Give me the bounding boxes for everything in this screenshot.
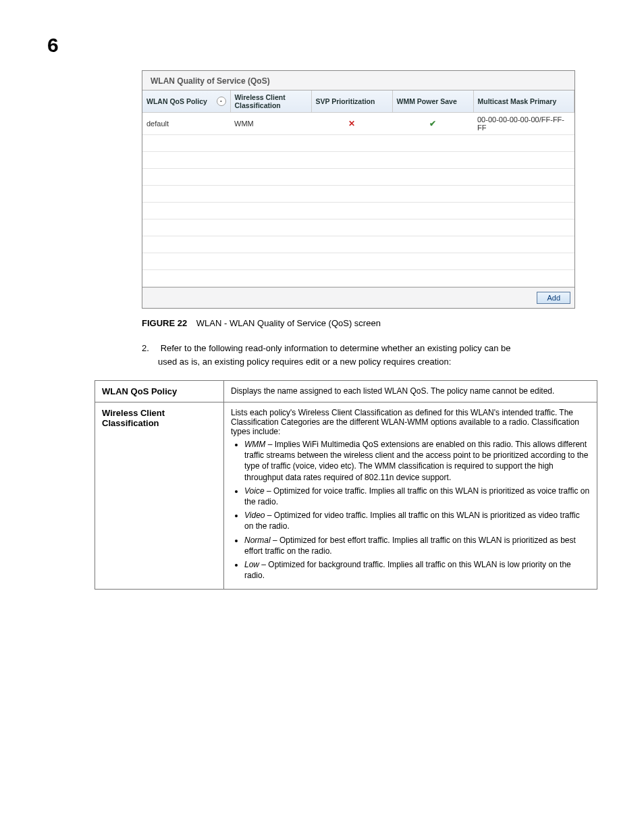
info-label-classification: Wireless Client Classification	[95, 402, 224, 590]
info-text-policy: Displays the name assigned to each liste…	[224, 381, 597, 402]
table-row: Wireless Client Classification Lists eac…	[95, 402, 597, 590]
table-row	[142, 186, 574, 203]
info-label-policy: WLAN QoS Policy	[95, 381, 224, 402]
table-row	[142, 169, 574, 186]
cell-svp: ✕	[311, 113, 392, 135]
table-row	[142, 236, 574, 253]
list-item: Low – Optimized for background traffic. …	[244, 559, 590, 581]
step-2: 2. Refer to the following read-only info…	[142, 342, 597, 368]
page-number: 6	[47, 34, 597, 57]
table-row[interactable]: default WMM ✕ ✔ 00-00-00-00-00-00/FF-FF-…	[142, 113, 574, 135]
table-row: WLAN QoS Policy Displays the name assign…	[95, 381, 597, 402]
table-row	[142, 203, 574, 219]
check-icon: ✔	[429, 119, 436, 128]
col-svp[interactable]: SVP Prioritization	[311, 90, 392, 113]
step-text-line1: Refer to the following read-only informa…	[161, 343, 511, 353]
table-row	[142, 135, 574, 152]
list-item: Normal – Optimized for best effort traff…	[244, 535, 590, 556]
cross-icon: ✕	[348, 119, 355, 128]
col-multicast[interactable]: Multicast Mask Primary	[473, 90, 574, 113]
list-item: Voice – Optimized for voice traffic. Imp…	[244, 486, 590, 507]
info-intro: Lists each policy's Wireless Client Clas…	[231, 408, 590, 436]
col-policy[interactable]: WLAN QoS Policy •	[142, 90, 230, 113]
figure-text: WLAN - WLAN Quality of Service (QoS) scr…	[196, 318, 381, 328]
table-row	[142, 219, 574, 236]
qos-table: WLAN QoS Policy • Wireless Client Classi…	[142, 90, 574, 287]
cell-policy: default	[142, 113, 230, 135]
figure-caption: FIGURE 22 WLAN - WLAN Quality of Service…	[142, 318, 597, 328]
list-item: Video – Optimized for video traffic. Imp…	[244, 510, 590, 531]
figure-number: FIGURE 22	[142, 318, 187, 328]
cell-classification: WMM	[230, 113, 311, 135]
add-button[interactable]: Add	[537, 292, 570, 304]
panel-title: WLAN Quality of Service (QoS)	[142, 71, 574, 90]
qos-panel: WLAN Quality of Service (QoS) WLAN QoS P…	[142, 70, 575, 309]
info-text-classification: Lists each policy's Wireless Client Clas…	[224, 402, 597, 590]
classification-list: WMM – Implies WiFi Multimedia QoS extens…	[231, 439, 590, 581]
cell-multicast: 00-00-00-00-00-00/FF-FF-FF	[473, 113, 574, 135]
table-row	[142, 270, 574, 287]
step-number: 2.	[142, 342, 158, 355]
sort-icon[interactable]: •	[217, 97, 226, 106]
panel-footer: Add	[142, 287, 574, 308]
table-row	[142, 253, 574, 270]
step-text-line2: used as is, an existing policy requires …	[158, 357, 451, 367]
table-header-row: WLAN QoS Policy • Wireless Client Classi…	[142, 90, 574, 113]
col-wmm-power[interactable]: WMM Power Save	[392, 90, 473, 113]
info-table: WLAN QoS Policy Displays the name assign…	[95, 380, 597, 590]
table-row	[142, 152, 574, 169]
list-item: WMM – Implies WiFi Multimedia QoS extens…	[244, 439, 590, 483]
col-classification[interactable]: Wireless Client Classification	[230, 90, 311, 113]
cell-wmm-power: ✔	[392, 113, 473, 135]
col-policy-label: WLAN QoS Policy	[146, 97, 207, 105]
